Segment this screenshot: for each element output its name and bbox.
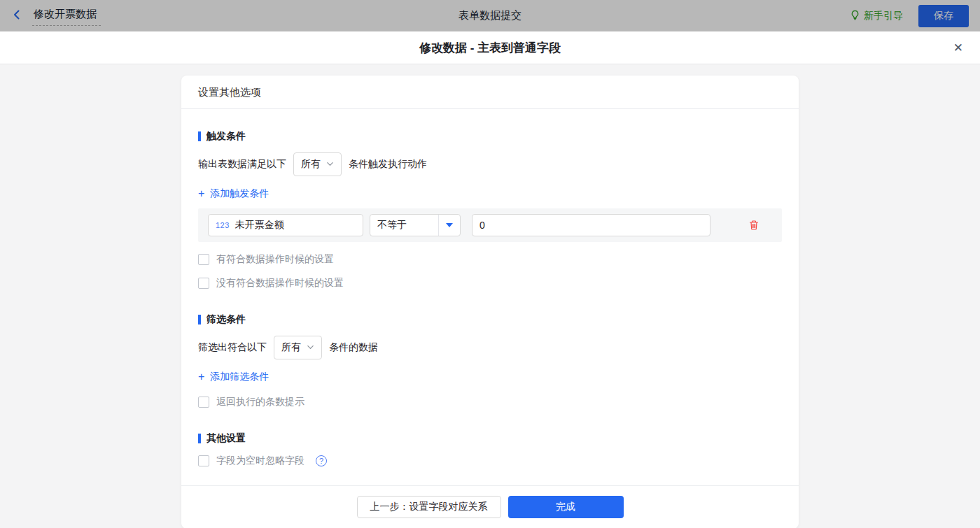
flow-name-editable[interactable]: 修改开票数据 (32, 6, 101, 26)
no-match-setting-row: 没有符合数据操作时候的设置 (198, 277, 782, 290)
no-match-label: 没有符合数据操作时候的设置 (216, 277, 344, 290)
section-other-settings: 其他设置 (198, 432, 782, 445)
prev-step-button[interactable]: 上一步：设置字段对应关系 (357, 496, 501, 518)
close-icon[interactable]: ✕ (953, 42, 963, 54)
trigger-condition-row: 123 未开票金额 不等于 0 (198, 208, 782, 242)
delete-condition-trash-icon[interactable] (748, 220, 760, 231)
modal-header: 修改数据 - 主表到普通字段 ✕ (0, 31, 980, 64)
condition-field-select[interactable]: 123 未开票金额 (208, 214, 363, 236)
condition-operator-value: 不等于 (370, 219, 438, 231)
filter-match-row: 筛选出符合以下 所有 条件的数据 (198, 336, 782, 359)
filter-match-prefix: 筛选出符合以下 (198, 341, 267, 354)
filter-match-suffix: 条件的数据 (329, 341, 378, 354)
top-app-bar: 修改开票数据 表单数据提交 新手引导 保存 (0, 0, 980, 31)
return-count-row: 返回执行的条数提示 (198, 396, 782, 408)
options-card: 设置其他选项 触发条件 输出表数据满足以下 所有 条件触发执行动作 + 添 (181, 76, 799, 528)
topbar-right: 新手引导 保存 (738, 5, 969, 27)
card-header-title: 设置其他选项 (181, 76, 799, 109)
beginner-guide-link[interactable]: 新手引导 (850, 10, 903, 22)
section-filter-conditions: 筛选条件 (198, 313, 782, 326)
ignore-empty-row: 字段为空时忽略字段 ? (198, 455, 782, 467)
beginner-guide-label: 新手引导 (864, 10, 903, 22)
add-trigger-condition-link[interactable]: + 添加触发条件 (198, 187, 269, 200)
has-match-setting-row: 有符合数据操作时候的设置 (198, 253, 782, 266)
section-marker (198, 315, 201, 324)
modal-title: 修改数据 - 主表到普通字段 (419, 40, 561, 56)
section-trigger-title: 触发条件 (206, 130, 246, 143)
section-trigger-conditions: 触发条件 (198, 130, 782, 143)
filter-match-select[interactable]: 所有 (274, 336, 322, 359)
caret-down-icon (439, 223, 460, 227)
return-count-label: 返回执行的条数提示 (216, 396, 304, 408)
condition-field-name: 未开票金额 (235, 219, 284, 231)
help-question-icon[interactable]: ? (316, 455, 327, 466)
chevron-down-icon (326, 159, 334, 170)
done-button[interactable]: 完成 (508, 496, 624, 518)
section-filter-title: 筛选条件 (206, 313, 246, 326)
modal-body: 设置其他选项 触发条件 输出表数据满足以下 所有 条件触发执行动作 + 添 (0, 64, 980, 528)
add-filter-condition-link[interactable]: + 添加筛选条件 (198, 371, 269, 383)
lightbulb-icon (850, 10, 860, 22)
add-filter-condition-label: 添加筛选条件 (210, 371, 269, 383)
has-match-checkbox[interactable] (198, 254, 209, 265)
condition-value-input[interactable]: 0 (472, 214, 710, 236)
no-match-checkbox[interactable] (198, 278, 209, 289)
topbar-left: 修改开票数据 (11, 6, 242, 26)
add-trigger-condition-label: 添加触发条件 (210, 187, 269, 200)
trigger-match-select-value: 所有 (301, 158, 321, 171)
ignore-empty-label: 字段为空时忽略字段 (216, 455, 304, 467)
plus-icon: + (198, 188, 204, 199)
plus-icon: + (198, 371, 204, 383)
return-count-checkbox[interactable] (198, 397, 209, 408)
card-footer: 上一步：设置字段对应关系 完成 (181, 485, 799, 528)
back-button[interactable] (11, 9, 22, 22)
section-marker (198, 131, 201, 141)
trigger-match-row: 输出表数据满足以下 所有 条件触发执行动作 (198, 152, 782, 176)
filter-match-select-value: 所有 (281, 341, 301, 354)
trigger-match-select[interactable]: 所有 (293, 152, 342, 176)
number-field-type-icon: 123 (216, 221, 230, 229)
chevron-left-icon (11, 9, 22, 22)
chevron-down-icon (307, 342, 314, 353)
condition-operator-select[interactable]: 不等于 (370, 214, 461, 236)
trigger-match-prefix: 输出表数据满足以下 (198, 158, 286, 171)
section-marker (198, 434, 201, 443)
section-other-title: 其他设置 (206, 432, 246, 445)
node-title: 表单数据提交 (242, 9, 738, 22)
has-match-label: 有符合数据操作时候的设置 (216, 253, 334, 266)
card-content: 触发条件 输出表数据满足以下 所有 条件触发执行动作 + 添加触发条件 123 (181, 109, 799, 485)
save-button[interactable]: 保存 (918, 5, 969, 27)
trigger-match-suffix: 条件触发执行动作 (349, 158, 427, 171)
ignore-empty-checkbox[interactable] (198, 455, 209, 466)
